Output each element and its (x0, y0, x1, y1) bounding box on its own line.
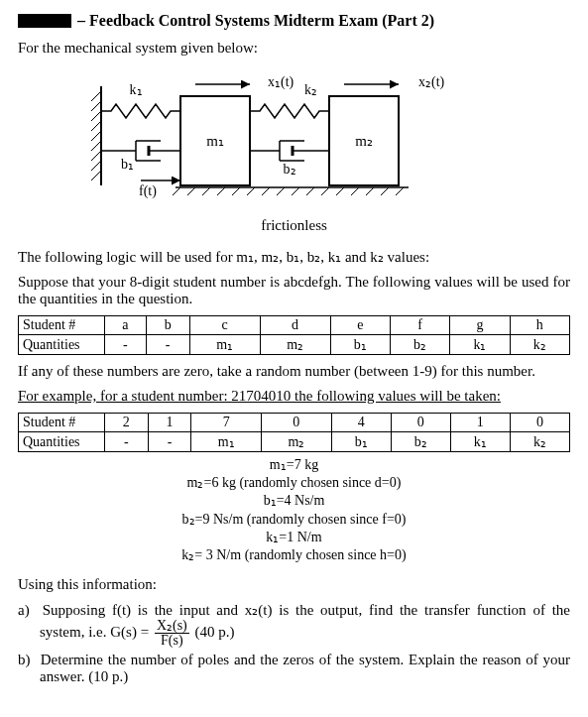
cell: b₁ (331, 432, 391, 452)
mechanical-system-diagram: k₁ b₁ f(t) m₁ x₁(t) k₂ b₂ m₂ x₂(t) (18, 66, 570, 209)
question-b: b) Determine the number of poles and the… (40, 652, 570, 685)
svg-line-29 (277, 187, 285, 195)
cell: k₂ (510, 335, 569, 355)
svg-line-36 (381, 187, 389, 195)
svg-line-34 (351, 187, 359, 195)
svg-line-8 (91, 161, 101, 171)
label-b1: b₁ (121, 157, 134, 172)
fraction-denominator: F(s) (155, 634, 189, 648)
label-x1: x₁(t) (268, 74, 294, 90)
row-label: Quantities (19, 335, 105, 355)
svg-line-9 (91, 171, 101, 180)
transfer-function-fraction: X₂(s) F(s) (155, 619, 189, 648)
svg-line-30 (292, 187, 299, 195)
cell: b₂ (391, 432, 450, 452)
cell: 7 (191, 414, 262, 432)
zero-note: If any of these numbers are zero, take a… (18, 363, 570, 380)
logic-sentence: The following logic will be used for m₁,… (18, 248, 570, 266)
using-info: Using this information: (18, 576, 570, 593)
cell: 0 (391, 414, 450, 432)
label-k2: k₂ (304, 82, 317, 97)
redacted-block-icon (18, 14, 71, 28)
cell: a (105, 316, 147, 335)
svg-line-27 (247, 187, 255, 195)
svg-line-33 (336, 187, 344, 195)
qa-points: (40 p.) (195, 624, 235, 640)
qa-text-before: Supposing f(t) is the input and x₂(t) is… (40, 602, 570, 640)
cell: m₂ (262, 432, 332, 452)
row-label: Quantities (19, 432, 105, 452)
svg-line-3 (91, 111, 101, 121)
svg-line-31 (306, 187, 314, 195)
cell: - (105, 335, 147, 355)
page-header: – Feedback Control Systems Midterm Exam … (18, 12, 570, 30)
cell: 1 (450, 414, 510, 432)
frictionless-label: frictionless (18, 217, 570, 234)
param-line: b₂=9 Ns/m (randomly chosen since f=0) (18, 511, 570, 529)
row-label: Student # (19, 414, 105, 432)
cell: 4 (331, 414, 391, 432)
svg-line-5 (91, 131, 101, 141)
cell: k₂ (510, 432, 569, 452)
table-row: Quantities - - m₁ m₂ b₁ b₂ k₁ k₂ (19, 335, 570, 355)
cell: c (189, 316, 260, 335)
label-x2: x₂(t) (418, 74, 445, 90)
svg-line-28 (262, 187, 270, 195)
list-letter: b) (18, 652, 36, 668)
cell: m₁ (191, 432, 262, 452)
svg-line-26 (232, 187, 240, 195)
param-line: k₁=1 N/m (18, 529, 570, 546)
cell: m₂ (260, 335, 330, 355)
label-m1: m₁ (206, 133, 224, 149)
diagram-svg: k₁ b₁ f(t) m₁ x₁(t) k₂ b₂ m₂ x₂(t) (81, 66, 508, 205)
param-line: k₂= 3 N/m (randomly chosen since h=0) (18, 546, 570, 564)
suppose-text: Suppose that your 8-digit student number… (18, 274, 570, 307)
mapping-table-generic: Student # a b c d e f g h Quantities - -… (18, 315, 570, 355)
intro-text: For the mechanical system given below: (18, 40, 570, 57)
svg-line-2 (91, 101, 101, 111)
label-k1: k₁ (129, 82, 142, 97)
cell: k₁ (450, 335, 510, 355)
cell: d (260, 316, 330, 335)
cell: h (510, 316, 569, 335)
cell: e (330, 316, 390, 335)
example-line: For example, for a student number: 21704… (18, 388, 570, 405)
param-line: m₂=6 kg (randomly chosen since d=0) (18, 474, 570, 492)
svg-line-22 (173, 187, 180, 195)
svg-line-35 (366, 187, 374, 195)
svg-line-7 (91, 151, 101, 161)
label-ft: f(t) (139, 183, 157, 199)
label-b2: b₂ (283, 162, 295, 177)
svg-line-4 (91, 121, 101, 131)
exam-title: – Feedback Control Systems Midterm Exam … (77, 12, 434, 30)
svg-line-23 (187, 187, 195, 195)
cell: - (146, 335, 189, 355)
cell: - (105, 432, 149, 452)
table-row: Quantities - - m₁ m₂ b₁ b₂ k₁ k₂ (19, 432, 570, 452)
cell: k₁ (450, 432, 510, 452)
svg-line-24 (202, 187, 210, 195)
svg-line-32 (321, 187, 329, 195)
cell: 2 (105, 414, 149, 432)
svg-line-37 (396, 187, 404, 195)
cell: 1 (148, 414, 191, 432)
qb-text: Determine the number of poles and the ze… (40, 652, 570, 684)
svg-line-6 (91, 141, 101, 151)
resolved-parameters: m₁=7 kg m₂=6 kg (randomly chosen since d… (18, 456, 570, 564)
cell: b (146, 316, 189, 335)
table-row: Student # a b c d e f g h (19, 316, 570, 335)
label-m2: m₂ (355, 133, 373, 149)
param-line: b₁=4 Ns/m (18, 492, 570, 510)
svg-line-25 (217, 187, 225, 195)
cell: b₁ (330, 335, 390, 355)
param-line: m₁=7 kg (18, 456, 570, 474)
list-letter: a) (18, 602, 36, 619)
cell: f (390, 316, 449, 335)
row-label: Student # (19, 316, 105, 335)
svg-line-1 (91, 91, 101, 101)
table-row: Student # 2 1 7 0 4 0 1 0 (19, 414, 570, 432)
mapping-table-example: Student # 2 1 7 0 4 0 1 0 Quantities - -… (18, 413, 570, 452)
cell: m₁ (189, 335, 260, 355)
cell: b₂ (390, 335, 449, 355)
cell: - (148, 432, 191, 452)
